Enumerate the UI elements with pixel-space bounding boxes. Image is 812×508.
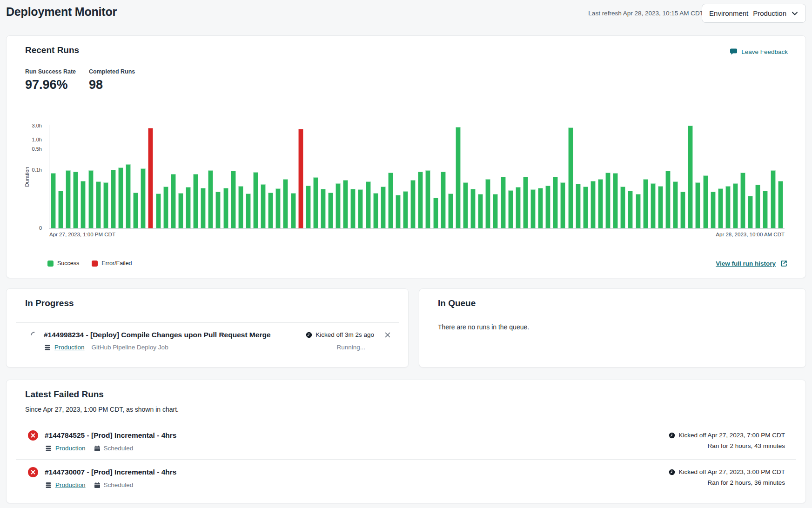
chart-bar-success[interactable] [321,189,326,228]
chart-bar-success[interactable] [583,187,588,228]
chart-bar-success[interactable] [215,192,221,228]
chart-bar-success[interactable] [156,194,161,228]
chart-bar-success[interactable] [613,173,618,228]
chart-bar-success[interactable] [508,190,513,229]
chart-bar-success[interactable] [763,191,768,228]
chart-bar-success[interactable] [651,183,656,229]
chart-bar-success[interactable] [755,185,760,228]
chart-bar-success[interactable] [463,182,468,228]
chart-bar-success[interactable] [343,180,348,228]
chart-bar-success[interactable] [163,187,168,228]
chart-bar-success[interactable] [530,189,536,228]
chart-bar-success[interactable] [171,174,176,229]
chart-bar-success[interactable] [231,171,236,228]
chart-bar-success[interactable] [73,172,78,229]
chart-bar-success[interactable] [246,194,251,228]
chart-bar-success[interactable] [328,193,333,229]
chart-bar-success[interactable] [433,198,438,228]
environment-select[interactable]: Environment Production [702,4,806,23]
chart-bar-success[interactable] [501,177,506,228]
chart-bar-success[interactable] [118,167,123,228]
chart-bar-success[interactable] [643,179,648,228]
chart-bar-success[interactable] [725,186,731,228]
chart-bar-success[interactable] [81,181,86,229]
chart-bar-success[interactable] [778,181,783,229]
chart-bar-success[interactable] [253,172,258,228]
chart-bar-success[interactable] [261,184,266,228]
chart-bar-success[interactable] [208,170,213,228]
chart-bar-success[interactable] [673,181,678,228]
chart-bar-failed[interactable] [148,128,153,228]
chart-bar-success[interactable] [366,181,371,228]
chart-bar-success[interactable] [628,191,633,228]
chart-bar-success[interactable] [418,172,423,229]
chart-bar-success[interactable] [568,127,573,228]
chart-bar-success[interactable] [688,126,693,229]
chart-bar-success[interactable] [96,181,101,228]
chart-bar-success[interactable] [598,179,603,228]
chart-bar-success[interactable] [591,181,596,229]
chart-bar-success[interactable] [201,188,206,229]
chart-bar-success[interactable] [516,187,521,228]
chart-bar-success[interactable] [771,170,776,228]
chart-bar-success[interactable] [103,182,108,228]
chart-bar-success[interactable] [178,193,183,228]
chart-bar-success[interactable] [493,194,498,228]
chart-bar-success[interactable] [126,164,131,229]
chart-bar-success[interactable] [66,170,71,228]
chart-bar-success[interactable] [441,172,446,229]
chart-bar-success[interactable] [88,170,94,228]
chart-bar-success[interactable] [51,173,56,228]
chart-bar-success[interactable] [58,191,63,228]
chart-bar-success[interactable] [560,182,565,228]
environment-link[interactable]: Production [54,344,85,351]
chart-bar-success[interactable] [403,191,408,228]
chart-bar-success[interactable] [350,189,356,228]
chart-bar-success[interactable] [388,173,393,228]
chart-bar-success[interactable] [485,179,490,228]
chart-bar-success[interactable] [605,173,611,228]
chart-bar-success[interactable] [545,186,550,229]
cancel-run-button[interactable] [384,331,391,339]
chart-bar-success[interactable] [381,187,386,228]
chart-bar-success[interactable] [306,186,311,229]
chart-bar-success[interactable] [268,193,273,229]
chart-bar-success[interactable] [523,177,528,228]
chart-bar-success[interactable] [336,183,341,229]
chart-bar-success[interactable] [410,180,416,228]
chart-bar-success[interactable] [665,171,671,228]
chart-bar-success[interactable] [193,174,198,229]
environment-link[interactable]: Production [55,481,86,488]
chart-bar-success[interactable] [470,189,476,228]
chart-bar-success[interactable] [748,196,753,228]
chart-bar-success[interactable] [111,170,116,228]
chart-bar-success[interactable] [718,188,723,228]
chart-bar-success[interactable] [576,184,581,228]
chart-bar-success[interactable] [425,170,430,228]
chart-bar-success[interactable] [711,192,716,228]
chart-bar-success[interactable] [658,186,663,228]
chart-bar-success[interactable] [238,186,243,228]
chart-bar-success[interactable] [223,188,228,229]
chart-bar-success[interactable] [448,194,453,228]
chart-bar-success[interactable] [538,188,543,229]
chart-bar-success[interactable] [636,194,641,228]
chart-bar-success[interactable] [358,189,363,228]
leave-feedback-link[interactable]: Leave Feedback [730,48,788,55]
chart-bar-success[interactable] [733,183,738,229]
chart-bar-success[interactable] [456,127,461,228]
chart-bar-success[interactable] [313,177,318,228]
chart-bar-success[interactable] [553,177,558,228]
chart-bar-success[interactable] [695,182,700,228]
chart-bar-failed[interactable] [298,129,303,228]
environment-link[interactable]: Production [55,445,86,452]
chart-bar-success[interactable] [396,195,401,229]
chart-bar-success[interactable] [133,193,138,229]
chart-bar-success[interactable] [373,193,378,228]
chart-bar-success[interactable] [680,192,685,228]
chart-bar-success[interactable] [291,193,296,228]
chart-bar-success[interactable] [275,188,281,228]
chart-bar-success[interactable] [620,187,625,228]
chart-bar-success[interactable] [141,168,146,229]
chart-bar-success[interactable] [703,175,708,228]
